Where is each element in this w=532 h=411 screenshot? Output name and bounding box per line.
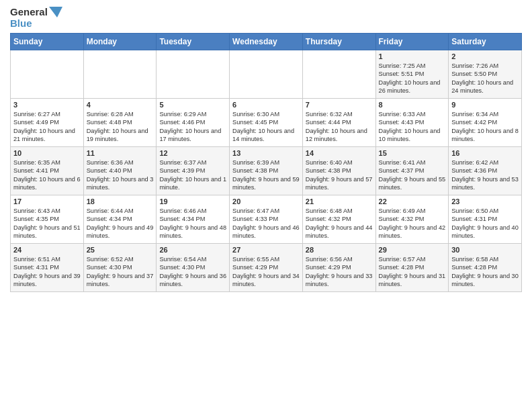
- day-number: 18: [87, 197, 154, 205]
- day-number: 22: [379, 197, 446, 205]
- calendar-cell: 17Sunrise: 6:43 AM Sunset: 4:35 PM Dayli…: [11, 195, 84, 244]
- day-sun-info: Sunrise: 6:28 AM Sunset: 4:48 PM Dayligh…: [87, 110, 154, 144]
- day-number: 5: [159, 101, 226, 109]
- day-sun-info: Sunrise: 6:48 AM Sunset: 4:32 PM Dayligh…: [306, 207, 373, 240]
- day-number: 10: [13, 149, 81, 157]
- calendar-cell: [83, 50, 157, 99]
- page-container: General Blue SundayMondayTuesdayWednesda…: [0, 0, 532, 295]
- day-sun-info: Sunrise: 6:34 AM Sunset: 4:42 PM Dayligh…: [451, 110, 519, 144]
- calendar-cell: 3Sunrise: 6:27 AM Sunset: 4:49 PM Daylig…: [11, 99, 84, 147]
- day-number: 3: [13, 101, 81, 109]
- calendar-week-row: 3Sunrise: 6:27 AM Sunset: 4:49 PM Daylig…: [11, 99, 522, 147]
- day-sun-info: Sunrise: 6:54 AM Sunset: 4:30 PM Dayligh…: [159, 255, 226, 289]
- day-header-friday: Friday: [375, 34, 449, 50]
- calendar-cell: 24Sunrise: 6:51 AM Sunset: 4:31 PM Dayli…: [11, 244, 84, 292]
- calendar-cell: 12Sunrise: 6:37 AM Sunset: 4:39 PM Dayli…: [157, 147, 230, 195]
- calendar-cell: 26Sunrise: 6:54 AM Sunset: 4:30 PM Dayli…: [157, 244, 230, 292]
- day-sun-info: Sunrise: 6:57 AM Sunset: 4:28 PM Dayligh…: [379, 255, 446, 289]
- day-number: 27: [232, 246, 300, 254]
- calendar-cell: 27Sunrise: 6:55 AM Sunset: 4:29 PM Dayli…: [230, 244, 303, 292]
- calendar-cell: 6Sunrise: 6:30 AM Sunset: 4:45 PM Daylig…: [230, 99, 303, 147]
- day-number: 11: [87, 149, 154, 157]
- day-sun-info: Sunrise: 6:36 AM Sunset: 4:40 PM Dayligh…: [87, 158, 154, 192]
- day-header-wednesday: Wednesday: [230, 34, 303, 50]
- logo: General Blue: [10, 7, 62, 29]
- calendar-cell: 8Sunrise: 6:33 AM Sunset: 4:43 PM Daylig…: [375, 99, 449, 147]
- day-number: 30: [451, 246, 519, 254]
- calendar-cell: 15Sunrise: 6:41 AM Sunset: 4:37 PM Dayli…: [375, 147, 449, 195]
- calendar-week-row: 10Sunrise: 6:35 AM Sunset: 4:41 PM Dayli…: [11, 147, 522, 195]
- calendar-week-row: 17Sunrise: 6:43 AM Sunset: 4:35 PM Dayli…: [11, 195, 522, 244]
- day-number: 12: [159, 149, 226, 157]
- day-sun-info: Sunrise: 6:56 AM Sunset: 4:29 PM Dayligh…: [306, 255, 373, 289]
- calendar-cell: 10Sunrise: 6:35 AM Sunset: 4:41 PM Dayli…: [11, 147, 84, 195]
- header: General Blue: [10, 7, 522, 29]
- day-number: 6: [232, 101, 300, 109]
- day-number: 26: [159, 246, 226, 254]
- calendar-cell: 19Sunrise: 6:46 AM Sunset: 4:34 PM Dayli…: [157, 195, 230, 244]
- day-sun-info: Sunrise: 6:47 AM Sunset: 4:33 PM Dayligh…: [232, 207, 300, 240]
- day-header-sunday: Sunday: [11, 34, 84, 50]
- day-sun-info: Sunrise: 6:39 AM Sunset: 4:38 PM Dayligh…: [232, 158, 300, 192]
- day-number: 23: [451, 197, 519, 205]
- calendar-week-row: 1Sunrise: 7:25 AM Sunset: 5:51 PM Daylig…: [11, 50, 522, 99]
- day-sun-info: Sunrise: 6:50 AM Sunset: 4:31 PM Dayligh…: [451, 207, 519, 240]
- calendar-cell: [230, 50, 303, 99]
- day-sun-info: Sunrise: 6:40 AM Sunset: 4:38 PM Dayligh…: [306, 158, 373, 192]
- day-sun-info: Sunrise: 6:43 AM Sunset: 4:35 PM Dayligh…: [13, 207, 81, 240]
- day-number: 2: [451, 52, 519, 60]
- calendar-cell: [157, 50, 230, 99]
- day-number: 29: [379, 246, 446, 254]
- calendar-cell: 16Sunrise: 6:42 AM Sunset: 4:36 PM Dayli…: [449, 147, 522, 195]
- day-number: 25: [87, 246, 154, 254]
- day-number: 15: [379, 149, 446, 157]
- day-number: 13: [232, 149, 300, 157]
- day-sun-info: Sunrise: 6:30 AM Sunset: 4:45 PM Dayligh…: [232, 110, 300, 144]
- day-number: 7: [306, 101, 373, 109]
- day-sun-info: Sunrise: 6:27 AM Sunset: 4:49 PM Dayligh…: [13, 110, 81, 144]
- day-sun-info: Sunrise: 6:35 AM Sunset: 4:41 PM Dayligh…: [13, 158, 81, 192]
- day-number: 17: [13, 197, 81, 205]
- day-number: 4: [87, 101, 154, 109]
- calendar-cell: 5Sunrise: 6:29 AM Sunset: 4:46 PM Daylig…: [157, 99, 230, 147]
- calendar-cell: 30Sunrise: 6:58 AM Sunset: 4:28 PM Dayli…: [449, 244, 522, 292]
- day-number: 14: [306, 149, 373, 157]
- calendar-cell: 25Sunrise: 6:52 AM Sunset: 4:30 PM Dayli…: [83, 244, 157, 292]
- calendar-cell: 2Sunrise: 7:26 AM Sunset: 5:50 PM Daylig…: [449, 50, 522, 99]
- calendar-cell: 23Sunrise: 6:50 AM Sunset: 4:31 PM Dayli…: [449, 195, 522, 244]
- calendar-cell: 7Sunrise: 6:32 AM Sunset: 4:44 PM Daylig…: [302, 99, 375, 147]
- day-number: 20: [232, 197, 300, 205]
- day-number: 9: [451, 101, 519, 109]
- calendar-cell: 14Sunrise: 6:40 AM Sunset: 4:38 PM Dayli…: [302, 147, 375, 195]
- svg-marker-0: [49, 7, 62, 17]
- day-sun-info: Sunrise: 6:44 AM Sunset: 4:34 PM Dayligh…: [87, 207, 154, 240]
- calendar-cell: 9Sunrise: 6:34 AM Sunset: 4:42 PM Daylig…: [449, 99, 522, 147]
- day-sun-info: Sunrise: 6:46 AM Sunset: 4:34 PM Dayligh…: [159, 207, 226, 240]
- calendar-cell: 13Sunrise: 6:39 AM Sunset: 4:38 PM Dayli…: [230, 147, 303, 195]
- day-sun-info: Sunrise: 6:52 AM Sunset: 4:30 PM Dayligh…: [87, 255, 154, 289]
- day-sun-info: Sunrise: 6:29 AM Sunset: 4:46 PM Dayligh…: [159, 110, 226, 144]
- day-sun-info: Sunrise: 6:49 AM Sunset: 4:32 PM Dayligh…: [379, 207, 446, 240]
- day-header-monday: Monday: [83, 34, 157, 50]
- day-sun-info: Sunrise: 7:25 AM Sunset: 5:51 PM Dayligh…: [379, 62, 446, 95]
- calendar-cell: [302, 50, 375, 99]
- day-sun-info: Sunrise: 6:41 AM Sunset: 4:37 PM Dayligh…: [379, 158, 446, 192]
- day-sun-info: Sunrise: 6:32 AM Sunset: 4:44 PM Dayligh…: [306, 110, 373, 144]
- calendar-cell: 20Sunrise: 6:47 AM Sunset: 4:33 PM Dayli…: [230, 195, 303, 244]
- day-number: 1: [379, 52, 446, 60]
- day-sun-info: Sunrise: 6:58 AM Sunset: 4:28 PM Dayligh…: [451, 255, 519, 289]
- calendar-cell: 28Sunrise: 6:56 AM Sunset: 4:29 PM Dayli…: [302, 244, 375, 292]
- calendar-cell: 4Sunrise: 6:28 AM Sunset: 4:48 PM Daylig…: [83, 99, 157, 147]
- day-sun-info: Sunrise: 6:37 AM Sunset: 4:39 PM Dayligh…: [159, 158, 226, 192]
- day-header-tuesday: Tuesday: [157, 34, 230, 50]
- calendar-cell: 11Sunrise: 6:36 AM Sunset: 4:40 PM Dayli…: [83, 147, 157, 195]
- calendar-header-row: SundayMondayTuesdayWednesdayThursdayFrid…: [11, 34, 522, 50]
- logo-arrow-icon: [49, 7, 62, 17]
- day-number: 19: [159, 197, 226, 205]
- calendar-week-row: 24Sunrise: 6:51 AM Sunset: 4:31 PM Dayli…: [11, 244, 522, 292]
- calendar-cell: [11, 50, 84, 99]
- calendar-cell: 18Sunrise: 6:44 AM Sunset: 4:34 PM Dayli…: [83, 195, 157, 244]
- day-number: 8: [379, 101, 446, 109]
- logo-general: General: [10, 7, 48, 18]
- day-sun-info: Sunrise: 6:55 AM Sunset: 4:29 PM Dayligh…: [232, 255, 300, 289]
